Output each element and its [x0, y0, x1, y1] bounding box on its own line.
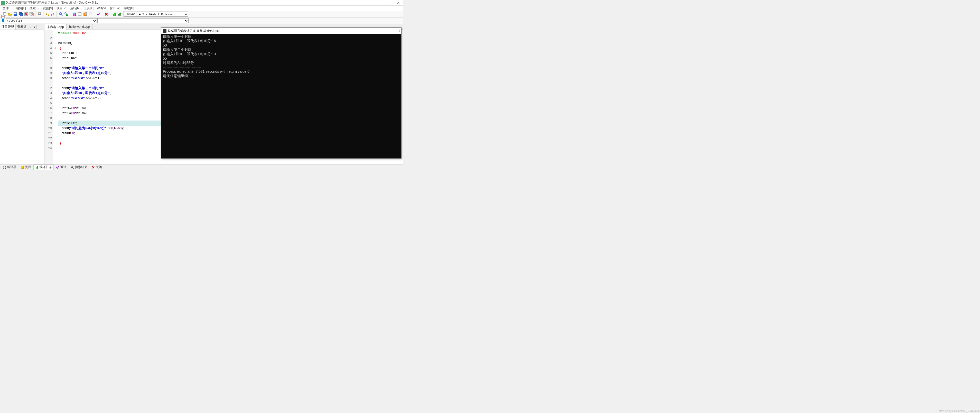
svg-point-10	[59, 13, 61, 14]
member-select[interactable]	[97, 18, 189, 23]
svg-rect-19	[85, 13, 87, 16]
log-icon	[35, 166, 39, 169]
menu-item[interactable]: 文件[F]	[1, 6, 14, 11]
menubar: 文件[F]编辑[E]搜索[S]视图[V]项目[P]运行[R]工具[T]AStyl…	[0, 6, 403, 11]
bottom-tab[interactable]: 资源	[19, 164, 33, 170]
editor-tab[interactable]: hello world.cpp	[67, 24, 92, 30]
replace-button[interactable]	[64, 11, 69, 17]
syntax-check-button[interactable]	[96, 11, 101, 17]
menu-item[interactable]: 视图[V]	[41, 6, 54, 11]
compiler-profile-select[interactable]: TDM-GCC 4.9.2 64-bit Release	[124, 11, 188, 17]
compile-run-button[interactable]	[83, 11, 88, 17]
debug-button[interactable]	[117, 11, 122, 17]
undo-button[interactable]	[45, 11, 50, 17]
menu-item[interactable]: 工具[T]	[82, 6, 95, 11]
svg-rect-2	[14, 13, 16, 14]
menu-item[interactable]: AStyle	[95, 6, 108, 10]
close-icon	[91, 166, 95, 169]
svg-point-12	[66, 14, 68, 16]
sidebar: 项目管理 查看类 ◂ ▸	[0, 24, 45, 164]
redo-button[interactable]	[50, 11, 56, 17]
menu-item[interactable]: 窗口[W]	[108, 6, 122, 11]
search-icon	[71, 166, 74, 169]
line-number-gutter: 123456789101112131415161718192021222324	[45, 30, 53, 164]
svg-point-11	[65, 13, 66, 14]
profile-button[interactable]	[112, 11, 117, 17]
fold-gutter: ⊟	[53, 30, 56, 164]
window-titlebar: D:\C语言编程练习\时间差\未命名1.cpp - [Executing] - …	[0, 0, 403, 6]
menu-item[interactable]: 编辑[E]	[14, 6, 27, 11]
sidebar-panel	[0, 30, 44, 164]
bottom-panel-tabs: 编译器资源编译日志调试搜索结果关闭	[0, 164, 403, 170]
console-output: 请输入第一个时间, 如输入1和10，即代表1点10分:16 50 请输入第二个时…	[161, 34, 401, 79]
bottom-tab[interactable]: 搜索结果	[69, 164, 89, 170]
svg-rect-16	[75, 14, 76, 16]
goto-button[interactable]	[1, 14, 5, 19]
svg-rect-4	[20, 13, 22, 16]
maximize-button[interactable]: □	[390, 1, 392, 5]
svg-rect-34	[3, 166, 4, 167]
close-button[interactable]: ✕	[397, 1, 400, 5]
res-icon	[21, 166, 24, 169]
console-titlebar[interactable]: D:\C语言编程练习\时间差\未命名1.exe — □	[161, 28, 401, 34]
scope-select[interactable]: (globals)	[6, 18, 97, 23]
sidebar-tab-class[interactable]: 查看类	[16, 24, 28, 30]
abort-button[interactable]	[104, 11, 109, 17]
svg-rect-35	[5, 166, 6, 167]
main-toolbar: TDM-GCC 4.9.2 64-bit Release	[0, 11, 403, 18]
svg-rect-28	[115, 13, 116, 16]
svg-rect-9	[38, 13, 41, 14]
menu-item[interactable]: 帮助[H]	[123, 6, 136, 11]
svg-rect-36	[3, 167, 4, 169]
svg-rect-14	[75, 13, 76, 14]
svg-rect-20	[89, 13, 90, 13]
svg-rect-27	[114, 13, 115, 16]
svg-rect-17	[78, 13, 81, 16]
find-button[interactable]	[58, 11, 64, 17]
svg-rect-23	[89, 14, 90, 14]
sidebar-tab-project[interactable]: 项目管理	[0, 24, 16, 30]
svg-point-42	[71, 166, 73, 167]
window-buttons: — □ ✕	[382, 1, 402, 5]
svg-rect-26	[113, 14, 113, 16]
editor-tab[interactable]: 未命名1.cpp	[45, 24, 67, 30]
svg-rect-21	[90, 13, 91, 13]
svg-rect-38	[21, 166, 24, 169]
bottom-tab[interactable]: 编译日志	[33, 164, 54, 170]
sidebar-nav-right[interactable]: ▸	[33, 25, 37, 29]
svg-rect-22	[91, 13, 92, 13]
app-icon	[1, 1, 5, 5]
minimize-button[interactable]: —	[382, 1, 386, 5]
svg-rect-41	[37, 166, 38, 169]
svg-rect-15	[73, 14, 74, 16]
close-all-button[interactable]	[29, 11, 34, 17]
console-minimize[interactable]: —	[390, 29, 393, 33]
editor-area: 未命名1.cpphello world.cpp 1234567891011121…	[45, 24, 403, 164]
console-title: D:\C语言编程练习\时间差\未命名1.exe	[168, 29, 220, 33]
print-button[interactable]	[37, 11, 42, 17]
compile-button[interactable]	[72, 11, 77, 17]
svg-rect-13	[73, 13, 74, 14]
svg-rect-25	[91, 14, 92, 14]
save-all-button[interactable]	[18, 11, 23, 17]
bookmark-button[interactable]	[1, 19, 5, 23]
console-window[interactable]: D:\C语言编程练习\时间差\未命名1.exe — □ 请输入第一个时间, 如输…	[161, 27, 401, 159]
sidebar-nav-left[interactable]: ◂	[29, 25, 32, 29]
rebuild-button[interactable]	[88, 11, 93, 17]
window-title: D:\C语言编程练习\时间差\未命名1.cpp - [Executing] - …	[6, 0, 382, 5]
bottom-tab[interactable]: 编译器	[1, 164, 18, 170]
svg-rect-40	[37, 167, 37, 169]
close-file-button[interactable]	[24, 11, 29, 17]
bottom-tab[interactable]: 调试	[54, 164, 68, 170]
save-button[interactable]	[13, 11, 18, 17]
bottom-tab[interactable]: 关闭	[90, 164, 104, 170]
menu-item[interactable]: 运行[R]	[68, 6, 82, 11]
svg-rect-37	[5, 167, 6, 169]
svg-rect-39	[36, 167, 36, 169]
grid-icon	[3, 166, 6, 169]
run-button[interactable]	[77, 11, 82, 17]
menu-item[interactable]: 搜索[S]	[28, 6, 41, 11]
menu-item[interactable]: 项目[P]	[55, 6, 68, 11]
console-maximize[interactable]: □	[398, 29, 400, 33]
open-file-button[interactable]	[8, 11, 13, 17]
